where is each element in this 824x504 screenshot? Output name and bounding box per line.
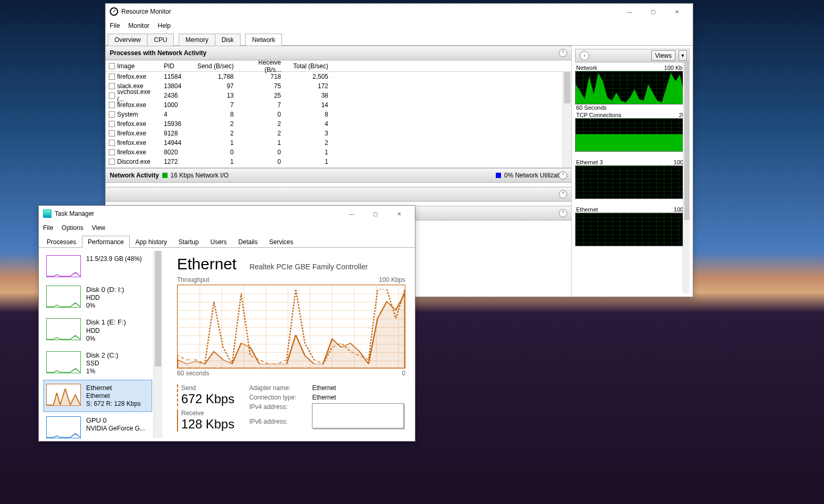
sidebar-item[interactable]: EthernetEthernetS: 672 R: 128 Kbps: [43, 380, 152, 412]
task-manager-icon: [43, 209, 51, 218]
table-row[interactable]: svchost.exe (...2436132538: [106, 91, 571, 100]
mini-chart: Ethernet100%0: [575, 206, 690, 253]
sidebar-item[interactable]: Disk 1 (E: F:)HDD0%: [43, 314, 152, 346]
mini-chart: TCP Connections2000: [575, 112, 690, 158]
chevron-right-icon[interactable]: ›: [580, 51, 589, 60]
rm-title: Resource Monitor: [121, 8, 618, 15]
tab-details[interactable]: Details: [233, 236, 264, 248]
tab-disk[interactable]: Disk: [215, 34, 241, 46]
mini-chart: Ethernet 3100%0: [575, 159, 690, 205]
resource-monitor-icon: [110, 7, 118, 16]
select-all-checkbox[interactable]: [109, 63, 115, 69]
recv-value: 128 Kbps: [181, 417, 234, 432]
sidebar-item[interactable]: GPU 0NVIDIA GeForce G...: [43, 412, 152, 441]
maximize-button[interactable]: ▢: [363, 206, 387, 222]
row-checkbox[interactable]: [109, 102, 115, 108]
row-checkbox[interactable]: [109, 130, 115, 136]
row-checkbox[interactable]: [109, 159, 115, 165]
task-manager-window: Task Manager — ▢ ✕ File Options View Pro…: [38, 205, 415, 442]
tab-network[interactable]: Network: [245, 34, 282, 46]
section-network-activity[interactable]: Network Activity 16 Kbps Network I/O 0% …: [106, 168, 571, 183]
table-header: Image PID Send (B/sec) Receive (B/s... T…: [106, 60, 571, 72]
chevron-down-icon[interactable]: ˅: [559, 209, 567, 217]
col-total[interactable]: Total (B/sec): [284, 62, 331, 70]
chevron-up-icon[interactable]: ˄: [559, 49, 567, 57]
table-row[interactable]: firefox.exe10007714: [106, 100, 571, 110]
menu-help[interactable]: Help: [158, 22, 171, 29]
chart-label-right: 100 Kbps: [379, 276, 405, 284]
maximize-button[interactable]: ▢: [641, 4, 665, 19]
menu-file[interactable]: File: [110, 22, 120, 29]
section-title: Processes with Network Activity: [110, 49, 206, 57]
tab-app-history[interactable]: App history: [130, 236, 173, 248]
scrollbar[interactable]: [562, 72, 571, 167]
section-collapsed-1[interactable]: ˅: [106, 187, 571, 202]
col-recv[interactable]: Receive (B/s...: [237, 60, 284, 74]
x-left: 60 seconds: [177, 370, 209, 377]
send-label: Send: [181, 384, 234, 392]
mini-chart: Network100 Kbps60 Seconds0: [575, 65, 690, 111]
menu-file[interactable]: File: [43, 224, 53, 232]
scrollbar[interactable]: [153, 251, 162, 438]
chevron-down-icon[interactable]: ˅: [559, 171, 567, 180]
tab-overview[interactable]: Overview: [108, 34, 148, 46]
row-checkbox[interactable]: [109, 74, 115, 80]
sidebar-item[interactable]: 11.5/23.9 GB (48%): [43, 251, 152, 281]
chevron-down-icon[interactable]: ˅: [559, 190, 567, 198]
tm-title: Task Manager: [55, 210, 340, 217]
row-checkbox[interactable]: [109, 121, 115, 127]
tab-memory[interactable]: Memory: [179, 34, 215, 46]
views-dropdown-icon[interactable]: ▼: [679, 50, 687, 61]
tab-performance[interactable]: Performance: [82, 236, 130, 248]
table-row[interactable]: firefox.exe8020001: [106, 148, 571, 157]
throughput-chart: [177, 285, 405, 369]
table-row[interactable]: System4808: [106, 110, 571, 119]
row-checkbox[interactable]: [109, 111, 115, 118]
table-row[interactable]: firefox.exe8128223: [106, 129, 571, 138]
tab-cpu[interactable]: CPU: [147, 34, 174, 46]
tm-main: Ethernet Realtek PCIe GBE Family Control…: [162, 248, 415, 441]
table-row[interactable]: firefox.exe15936224: [106, 119, 571, 129]
section-processes-network[interactable]: Processes with Network Activity ˄: [106, 46, 571, 60]
tab-services[interactable]: Services: [264, 236, 299, 248]
rm-right-pane: › Views ▼ Network100 Kbps60 Seconds0TCP …: [572, 46, 693, 297]
close-button[interactable]: ✕: [387, 206, 411, 222]
tab-users[interactable]: Users: [204, 236, 232, 248]
rm-titlebar[interactable]: Resource Monitor — ▢ ✕: [106, 4, 693, 19]
tab-startup[interactable]: Startup: [173, 236, 205, 248]
section-title: Network Activity: [110, 172, 159, 179]
row-checkbox[interactable]: [109, 92, 115, 99]
minimize-button[interactable]: —: [618, 4, 641, 19]
col-image[interactable]: Image: [117, 62, 134, 70]
table-row[interactable]: Discord.exe1272101: [106, 157, 571, 166]
scrollbar[interactable]: [683, 62, 690, 293]
minimize-button[interactable]: —: [340, 206, 363, 222]
table-row[interactable]: firefox.exe14944112: [106, 138, 571, 148]
conn-type-value: Ethernet: [312, 394, 404, 401]
col-pid[interactable]: PID: [161, 62, 192, 70]
send-value: 672 Kbps: [181, 392, 234, 406]
close-button[interactable]: ✕: [665, 4, 689, 19]
col-send[interactable]: Send (B/sec): [192, 62, 237, 70]
table-row[interactable]: firefox.exe115841,7887182,505: [106, 72, 571, 81]
menu-monitor[interactable]: Monitor: [128, 22, 149, 29]
adapter-name-value: Ethernet: [312, 384, 404, 392]
chip-blue-icon: [496, 173, 501, 178]
rm-right-header: › Views ▼: [575, 49, 690, 62]
tab-processes[interactable]: Processes: [41, 236, 82, 248]
table-row[interactable]: slack.exe138049775172: [106, 81, 571, 91]
row-checkbox[interactable]: [109, 149, 115, 155]
sidebar-item[interactable]: Disk 2 (C:)SSD1%: [43, 347, 152, 380]
rm-tabs: Overview CPU Memory Disk Network: [106, 32, 693, 46]
menu-options[interactable]: Options: [61, 224, 83, 232]
sidebar-item[interactable]: Disk 0 (D: I:)HDD0%: [43, 281, 152, 314]
ipv6-label: IPv6 address:: [249, 418, 312, 430]
menu-view[interactable]: View: [92, 224, 106, 232]
views-button[interactable]: Views: [651, 50, 675, 61]
row-checkbox[interactable]: [109, 140, 115, 146]
svg-marker-0: [576, 73, 689, 104]
chip-green-icon: [162, 173, 168, 178]
tm-titlebar[interactable]: Task Manager — ▢ ✕: [39, 206, 415, 222]
chart-label-left: Throughput: [177, 276, 209, 284]
adapter-name-label: Adapter name:: [249, 384, 312, 392]
